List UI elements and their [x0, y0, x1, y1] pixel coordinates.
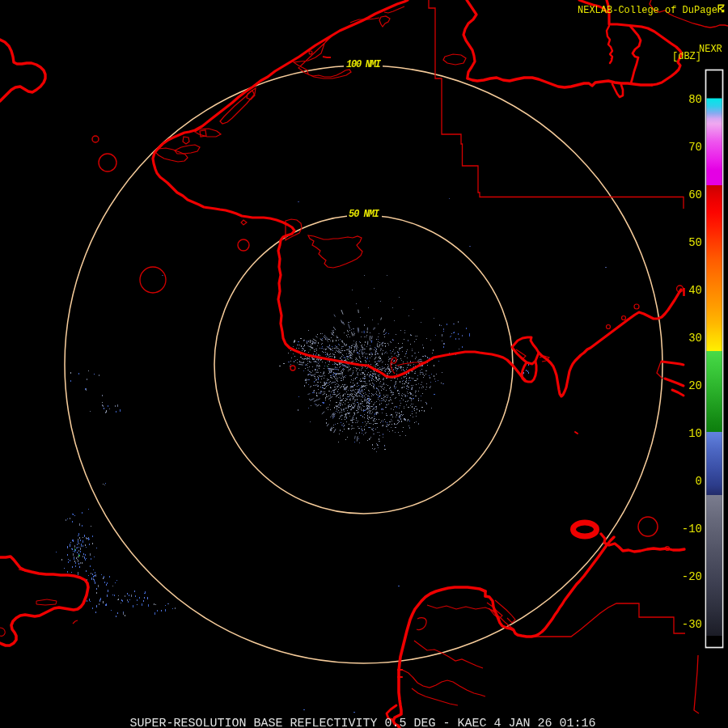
svg-text:0: 0	[696, 475, 702, 488]
svg-text:40: 40	[688, 284, 702, 297]
svg-text:30: 30	[688, 332, 702, 345]
svg-text:100 NMI: 100 NMI	[346, 59, 382, 70]
svg-text:70: 70	[688, 141, 702, 154]
svg-text:10: 10	[688, 427, 702, 440]
svg-text:-20: -20	[682, 570, 702, 583]
svg-text:NEXLAB-College of DuPage: NEXLAB-College of DuPage	[578, 5, 717, 16]
svg-text:80: 80	[688, 93, 702, 106]
svg-text:NEXR: NEXR	[699, 44, 722, 55]
svg-text:20: 20	[688, 379, 702, 392]
svg-text:-10: -10	[682, 523, 702, 535]
svg-text:-30: -30	[682, 618, 702, 631]
svg-text:50: 50	[688, 236, 702, 249]
svg-text:[dBZ]: [dBZ]	[672, 51, 701, 62]
svg-text:50 NMI: 50 NMI	[349, 209, 380, 220]
svg-text:60: 60	[688, 188, 702, 201]
svg-text:SUPER-RESOLUTION BASE REFLECTI: SUPER-RESOLUTION BASE REFLECTIVITY 0.5 D…	[130, 717, 596, 728]
